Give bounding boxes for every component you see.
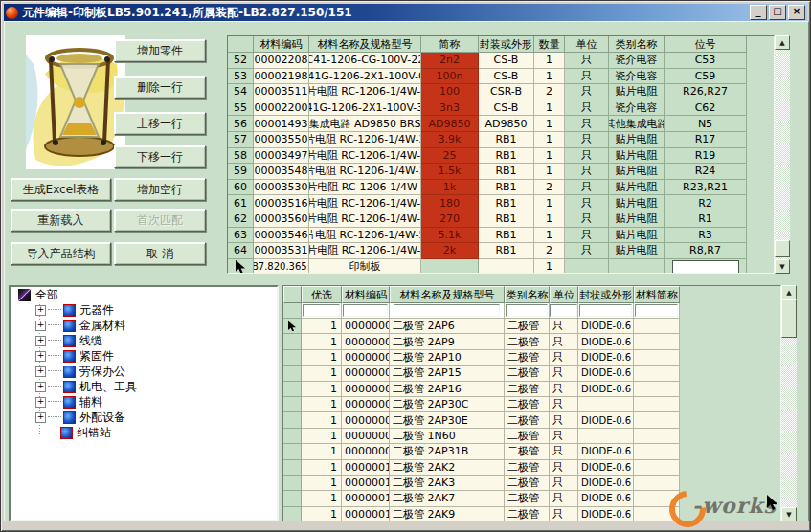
cell-code[interactable]: 00000006	[342, 397, 390, 412]
cell-name[interactable]: 二极管 2AP9	[390, 334, 505, 349]
column-header-unit[interactable]: 单位	[550, 286, 578, 303]
cell-refdes[interactable]: N5	[665, 116, 747, 132]
expand-icon[interactable]: +	[35, 366, 46, 377]
cell-category[interactable]: 二极管	[505, 366, 550, 381]
cell-name[interactable]: 二极管 2AP30E	[390, 412, 505, 428]
bom-row[interactable]: 5700003550贴片电阻 RC-1206-1/4W-3.93.9kRB11只…	[228, 132, 774, 148]
cell-code[interactable]: 00003548	[254, 164, 309, 180]
cell-code[interactable]: 00002208	[254, 53, 309, 69]
cell-num[interactable]: 53	[228, 69, 254, 85]
cell-name[interactable]: 贴片电阻 RC-1206-1/4W-18	[309, 195, 421, 211]
cell-name[interactable]: CC41-1206-CG-100V-220	[309, 53, 421, 69]
cell-package[interactable]: RB1	[479, 132, 534, 148]
cell-unit[interactable]: 只	[565, 243, 609, 259]
cell-abbr[interactable]: 3.9k	[421, 132, 479, 148]
cell-abbr[interactable]	[634, 491, 680, 506]
cell-code[interactable]: 00003546	[254, 228, 309, 244]
cell-num[interactable]: 55	[228, 100, 254, 117]
material-row[interactable]: 100000009二极管 2AP31B二极管只DIODE-0.6	[283, 444, 780, 459]
tree-item-2[interactable]: +金属材料	[11, 318, 277, 333]
cell-abbr[interactable]	[634, 350, 680, 366]
scroll-up-icon[interactable]: ▲	[775, 35, 790, 50]
cell-package[interactable]: RB1	[479, 180, 534, 196]
cell-qty[interactable]: 1	[534, 53, 565, 69]
cell-category[interactable]: 二极管	[505, 319, 550, 334]
cell-name[interactable]: 二极管 2AP10	[390, 350, 505, 366]
scroll-down-icon[interactable]: ▼	[775, 259, 790, 274]
cell-num[interactable]: 54	[228, 84, 254, 100]
cell-name[interactable]: 贴片电阻 RC-1206-1/4W-1k	[309, 180, 421, 196]
cell-pref[interactable]: 1	[302, 476, 342, 491]
cell-unit[interactable]: 只	[550, 412, 578, 428]
cell-unit[interactable]: 只	[550, 476, 578, 491]
material-row[interactable]: 100000012二极管 2AK7二极管只DIODE-0.6	[283, 491, 780, 506]
cell-refdes[interactable]: C59	[665, 69, 747, 85]
material-row[interactable]: 100000007二极管 2AP30E二极管只DIODE-0.6	[283, 412, 780, 428]
cell-pref[interactable]: 1	[302, 507, 342, 521]
cell-qty[interactable]: 2	[534, 180, 565, 196]
bom-row[interactable]: 6000003530贴片电阻 RC-1206-1/4W-1k1kRB12只贴片电…	[228, 180, 774, 196]
cell-code[interactable]: 00003516	[254, 195, 309, 211]
cell-num[interactable]: 56	[228, 116, 254, 132]
cell-package[interactable]	[479, 259, 534, 274]
cell-unit[interactable]: 只	[565, 116, 609, 132]
cell-name[interactable]: 二极管 2AP6	[390, 319, 505, 334]
filter-input[interactable]	[579, 304, 631, 317]
cell-category[interactable]: 二极管	[505, 350, 550, 366]
cell-code[interactable]: 00000002	[342, 334, 390, 349]
cell-qty[interactable]: 1	[534, 100, 565, 117]
cell-unit[interactable]: 只	[565, 100, 609, 117]
material-row[interactable]: 100000008二极管 1N60二极管只	[283, 429, 780, 444]
cell-category[interactable]: 二极管	[505, 382, 550, 397]
cell-category[interactable]: 贴片电阻	[609, 132, 665, 148]
cell-code[interactable]: 00003560	[254, 211, 309, 228]
column-header-abbr[interactable]: 材料简称	[634, 286, 680, 303]
cell-package[interactable]: CSR-B	[479, 84, 534, 100]
cell-category[interactable]: 其他集成电路	[609, 116, 665, 132]
cell-refdes[interactable]: R23,R21	[665, 180, 747, 196]
cell-code[interactable]: 00000003	[342, 350, 390, 366]
cell-package[interactable]: DIODE-0.6	[578, 382, 634, 397]
expand-icon[interactable]: +	[35, 382, 46, 392]
bom-row[interactable]: 5600001493集成电路 AD9850 BRSAD9850AD98501只其…	[228, 116, 774, 132]
cell-refdes[interactable]: R2	[665, 195, 747, 211]
cell-refdes[interactable]: R8,R7	[665, 243, 747, 259]
bom-row[interactable]: 5900003548贴片电阻 RC-1206-1/4W-1.51.5kRB11只…	[228, 164, 774, 180]
cancel-button[interactable]: 取 消	[114, 242, 206, 265]
cell-code[interactable]: 00000005	[342, 382, 390, 397]
cell-abbr[interactable]: 100n	[421, 69, 479, 85]
tree-item-7[interactable]: +辅料	[11, 394, 277, 410]
cell-category[interactable]: 二极管	[505, 460, 550, 476]
delete-row-button[interactable]: 删除一行	[114, 76, 206, 99]
export-excel-button[interactable]: 生成Excel表格	[11, 178, 111, 201]
cell-category[interactable]: 二极管	[505, 444, 550, 459]
material-row[interactable]: 100000002二极管 2AP9二极管只DIODE-0.6	[283, 334, 780, 349]
material-row[interactable]: 100000004二极管 2AP15二极管只DIODE-0.6	[283, 366, 780, 381]
cell-pref[interactable]: 1	[302, 429, 342, 444]
cell-qty[interactable]: 1	[534, 211, 565, 228]
cell-qty[interactable]: 2	[534, 243, 565, 259]
cell-abbr[interactable]	[634, 476, 680, 491]
cell-num[interactable]: 52	[228, 53, 254, 69]
cell-category[interactable]: 二极管	[505, 429, 550, 444]
cell-package[interactable]: RB1	[479, 195, 534, 211]
cell-package[interactable]: DIODE-0.6	[578, 366, 634, 381]
cell-name[interactable]: 集成电路 AD9850 BRS	[309, 116, 421, 132]
cell-code[interactable]: 00003550	[254, 132, 309, 148]
cell-category[interactable]: 二极管	[505, 507, 550, 521]
cell-unit[interactable]: 只	[565, 211, 609, 228]
filter-input[interactable]	[394, 304, 500, 317]
tree-item-3[interactable]: +线缆	[11, 333, 277, 348]
cell-refdes[interactable]: R17	[665, 132, 747, 148]
move-up-button[interactable]: 上移一行	[114, 112, 206, 135]
expand-icon[interactable]: +	[35, 397, 46, 408]
cell-code[interactable]: 00003531	[254, 243, 309, 259]
cell-code[interactable]: 00000004	[342, 366, 390, 381]
cell-code[interactable]: 00000007	[342, 412, 390, 428]
cell-abbr[interactable]: 270	[421, 211, 479, 228]
cell-name[interactable]: 贴片电阻 RC-1206-1/4W-24	[309, 148, 421, 165]
cell-unit[interactable]: 只	[550, 366, 578, 381]
tree-item-6[interactable]: +机电、工具	[11, 379, 277, 394]
expand-icon[interactable]: +	[35, 321, 46, 331]
material-grid-scrollbar[interactable]: ▲ ▼	[781, 285, 797, 521]
